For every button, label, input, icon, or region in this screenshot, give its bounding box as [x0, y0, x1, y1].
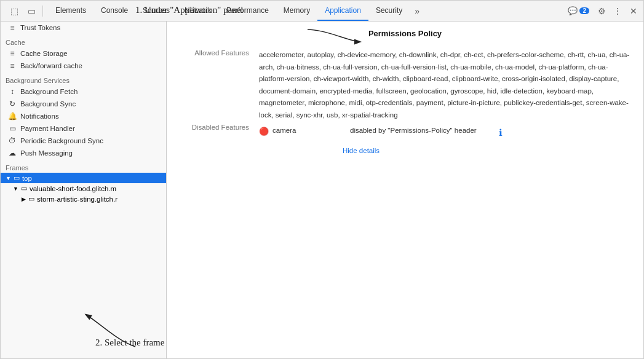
main-content: ≡ Trust Tokens Cache ≡ Cache Storage ≡ B… — [1, 22, 643, 358]
allowed-features-value: accelerometer, autoplay, ch-device-memor… — [259, 48, 631, 122]
sidebar-item-payment-handler[interactable]: ▭ Payment Handler — [1, 122, 166, 135]
more-tabs-button[interactable]: » — [410, 4, 424, 18]
disabled-feature-row: 🔴 camera disabled by "Permissions-Policy… — [259, 125, 631, 141]
bg-services-section-label: Background Services — [1, 72, 166, 85]
toolbar-divider — [42, 6, 43, 17]
tab-application[interactable]: Application — [317, 1, 368, 21]
sidebar: ≡ Trust Tokens Cache ≡ Cache Storage ≡ B… — [1, 22, 167, 358]
sidebar-item-bg-fetch[interactable]: ↕ Background Fetch — [1, 85, 166, 98]
content-panel: Permissions Policy Allowed Features acce… — [167, 22, 643, 358]
sidebar-item-top-frame[interactable]: ▼ ▭ top — [1, 173, 166, 183]
disabled-features-value: 🔴 camera disabled by "Permissions-Policy… — [259, 122, 631, 142]
info-icon[interactable]: ℹ — [499, 125, 503, 141]
error-icon: 🔴 — [259, 125, 269, 138]
tab-console[interactable]: Console — [93, 1, 135, 21]
notifications-icon: 🔔 — [8, 112, 17, 120]
tab-elements[interactable]: Elements — [48, 1, 93, 21]
frame1-icon: ▭ — [21, 184, 27, 192]
toolbar-icons: ⬚ ▭ — [3, 4, 48, 18]
top-frame-page-icon: ▭ — [14, 174, 20, 182]
sidebar-item-frame1[interactable]: ▼ ▭ valuable-short-food.glitch.m — [1, 183, 166, 194]
disabled-feature-name: camera — [272, 125, 322, 137]
bg-fetch-icon: ↕ — [8, 87, 17, 96]
sidebar-item-back-forward[interactable]: ≡ Back/forward cache — [1, 60, 166, 72]
triangle-icon: ▼ — [6, 175, 11, 181]
tabs-bar: Elements Console Sources Network Perform… — [48, 1, 564, 21]
more-options-button[interactable]: ⋮ — [610, 4, 625, 18]
frames-section-label: Frames — [1, 159, 166, 173]
sidebar-item-trust-tokens[interactable]: ≡ Trust Tokens — [1, 22, 166, 34]
triangle-icon-2: ▼ — [13, 186, 18, 192]
close-button[interactable]: ✕ — [626, 4, 641, 18]
trust-tokens-icon: ≡ — [8, 23, 17, 32]
sidebar-item-notifications[interactable]: 🔔 Notifications — [1, 110, 166, 122]
tab-performance[interactable]: Performance — [219, 1, 276, 21]
messages-button[interactable]: 💬 2 — [564, 5, 593, 17]
sidebar-item-frame2[interactable]: ▶ ▭ storm-artistic-sting.glitch.r — [1, 194, 166, 204]
toolbar-right: 💬 2 ⚙ ⋮ ✕ — [564, 4, 641, 18]
devtools-window: ⬚ ▭ Elements Console Sources Network Per… — [0, 0, 644, 359]
disabled-features-label: Disabled Features — [179, 122, 259, 133]
sidebar-item-bg-sync[interactable]: ↻ Background Sync — [1, 98, 166, 110]
push-messaging-icon: ☁ — [8, 149, 17, 157]
tab-network[interactable]: Network — [177, 1, 219, 21]
device-icon[interactable]: ▭ — [24, 4, 39, 18]
sidebar-item-push-messaging[interactable]: ☁ Push Messaging — [1, 147, 166, 159]
tab-security[interactable]: Security — [368, 1, 410, 21]
cursor-icon[interactable]: ⬚ — [7, 4, 22, 18]
sidebar-item-cache-storage[interactable]: ≡ Cache Storage — [1, 47, 166, 60]
payment-handler-icon: ▭ — [8, 124, 17, 133]
back-forward-icon: ≡ — [8, 61, 17, 70]
panel-title: Permissions Policy — [179, 29, 631, 38]
permissions-grid: Allowed Features accelerometer, autoplay… — [179, 48, 631, 154]
cache-section-label: Cache — [1, 34, 166, 47]
message-badge: 2 — [579, 7, 589, 14]
disabled-reason: disabled by "Permissions-Policy" header — [350, 125, 477, 137]
toolbar: ⬚ ▭ Elements Console Sources Network Per… — [1, 1, 643, 22]
hide-details-link[interactable]: Hide details — [343, 147, 631, 154]
bg-sync-icon: ↻ — [8, 100, 17, 108]
periodic-bg-sync-icon: ⏱ — [8, 136, 17, 145]
sidebar-item-periodic-bg-sync[interactable]: ⏱ Periodic Background Sync — [1, 135, 166, 147]
tab-memory[interactable]: Memory — [276, 1, 317, 21]
frame2-icon: ▭ — [28, 195, 34, 203]
cache-storage-icon: ≡ — [8, 49, 17, 58]
settings-button[interactable]: ⚙ — [594, 4, 609, 18]
tab-sources[interactable]: Sources — [135, 1, 177, 21]
triangle-icon-3: ▶ — [22, 196, 26, 202]
allowed-features-label: Allowed Features — [179, 48, 259, 59]
